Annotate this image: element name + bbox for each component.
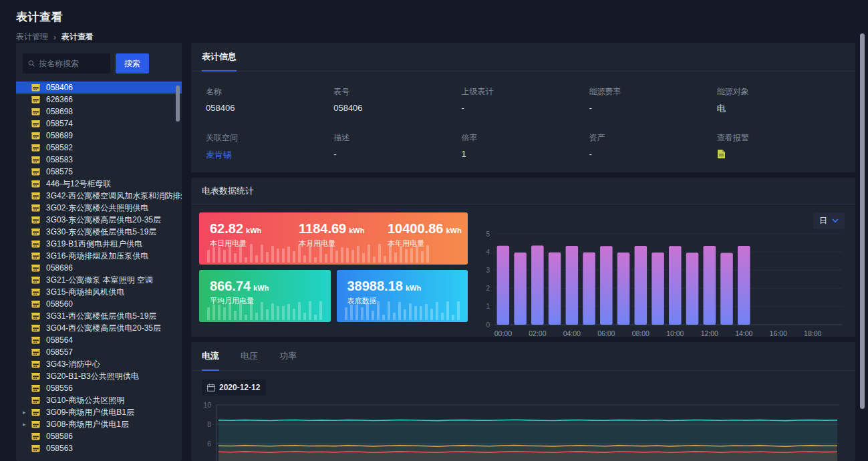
meter-list-item[interactable]: 3G04-西公寓楼高层供电20-35层 xyxy=(16,322,182,334)
stat-year-value: 10400.86 xyxy=(388,221,443,236)
meter-icon xyxy=(31,385,40,392)
meter-list-item[interactable]: 3G19-B1西侧电井租户供电 xyxy=(16,238,182,250)
main-content: 表计信息 名称058406表号058406上级表计-能源费率-能源对象电关联空间… xyxy=(191,43,855,461)
meter-list-item[interactable]: 058563 xyxy=(16,442,182,454)
info-field: 名称058406 xyxy=(206,86,333,115)
meter-list-item[interactable]: 3G20-B1-B3公共照明供电 xyxy=(16,370,182,382)
bar-00:00[interactable] xyxy=(497,246,510,325)
expand-caret-icon[interactable]: ▸ xyxy=(23,418,31,430)
meter-list-item[interactable]: 058574 xyxy=(16,118,182,130)
meter-list-item-label: 3G03-东公寓楼高层供电20-35层 xyxy=(46,214,161,226)
meter-icon xyxy=(31,325,40,332)
info-field: 上级表计- xyxy=(461,86,589,115)
meter-list-item-label: 058698 xyxy=(46,107,73,116)
meter-list-item[interactable]: 3G15-商场抽风机供电 xyxy=(16,286,182,298)
report-doc-icon[interactable] xyxy=(717,149,726,159)
tab-电流[interactable]: 电流 xyxy=(202,342,219,370)
stat-cards: 62.82kWh 本日用电量 1184.69kWh 本月用电量 10400.86… xyxy=(199,212,468,337)
meter-list-item[interactable]: 3G21-公寓撒泵 本室照明 空调 xyxy=(16,274,182,286)
bar-08:00[interactable] xyxy=(635,246,647,325)
meter-list-item[interactable]: ▸3G08-商场用户供电1层 xyxy=(16,418,182,430)
meter-list-item[interactable]: ▸3G09-商场用户供电B1层 xyxy=(16,406,182,418)
bar-06:00[interactable] xyxy=(600,246,613,325)
view-alarm-report[interactable] xyxy=(717,149,845,162)
meter-list-item[interactable]: 058557 xyxy=(16,346,182,358)
breadcrumb-parent[interactable]: 表计管理 xyxy=(16,31,48,43)
meter-icon xyxy=(31,349,40,356)
page-scrollbar[interactable] xyxy=(860,0,865,461)
stat-year-unit: kWh xyxy=(446,226,461,235)
meter-list-item[interactable]: 3G31-西公寓楼低层供电5-19层 xyxy=(16,310,182,322)
bar-01:00[interactable] xyxy=(514,253,527,325)
meter-list-item[interactable]: 3G03-东公寓楼高层供电20-35层 xyxy=(16,214,182,226)
deco-bars xyxy=(207,300,323,320)
meter-list-item[interactable]: 058582 xyxy=(16,142,182,154)
linked-space-link[interactable]: 麦肯锡 xyxy=(206,149,333,161)
meter-list-item[interactable]: 058583 xyxy=(16,154,182,166)
bar-11:00[interactable] xyxy=(686,253,699,325)
info-field-value: 电 xyxy=(717,103,845,115)
date-picker[interactable]: 2020-12-12 xyxy=(202,379,266,396)
bar-14:00[interactable] xyxy=(738,246,750,325)
search-input[interactable] xyxy=(39,59,105,68)
meter-list-item[interactable]: 626366 xyxy=(16,94,182,106)
meter-list-item[interactable]: 3G02-东公寓楼公共照明供电 xyxy=(16,202,182,214)
bar-13:00[interactable] xyxy=(720,253,733,325)
meter-list-item[interactable]: 058406 xyxy=(16,82,182,94)
bar-03:00[interactable] xyxy=(549,253,561,325)
meter-list-item[interactable]: 058689 xyxy=(16,130,182,142)
bar-05:00[interactable] xyxy=(583,253,595,325)
meter-list-item-label: 3G20-B1-B3公共照明供电 xyxy=(46,371,139,382)
meter-list-item[interactable]: 058575 xyxy=(16,166,182,178)
meter-list-item[interactable]: 058698 xyxy=(16,106,182,118)
stats-title: 电表数据统计 xyxy=(191,178,855,204)
meter-list-item-label: 3G02-东公寓楼公共照明供电 xyxy=(46,202,148,214)
info-field: 描述- xyxy=(333,132,461,162)
svg-text:00:00: 00:00 xyxy=(494,329,512,337)
meter-list-item[interactable]: 058560 xyxy=(16,298,182,310)
stats-panel: 电表数据统计 62.82kWh 本日用电量 1184.69kWh 本月用电量 xyxy=(191,178,855,337)
detail-panel: 电流电压功率 2020-12-12 1086 xyxy=(191,342,855,461)
meter-list-item[interactable]: 058564 xyxy=(16,334,182,346)
series-orange-line xyxy=(219,446,837,447)
deco-bars xyxy=(207,243,460,263)
meter-icon xyxy=(31,192,40,200)
meter-list-item[interactable]: 058686 xyxy=(16,262,182,274)
meter-list-item-label: 3G10-商场公共区照明 xyxy=(46,395,124,406)
meter-icon xyxy=(31,397,40,404)
expand-caret-icon[interactable]: ▸ xyxy=(23,406,31,418)
tab-功率[interactable]: 功率 xyxy=(279,342,297,370)
tab-meter-info[interactable]: 表计信息 xyxy=(202,43,237,71)
bar-10:00[interactable] xyxy=(669,246,682,325)
meter-list-item-label: 446-与12号柜母联 xyxy=(46,178,111,190)
svg-text:6: 6 xyxy=(207,440,211,448)
tab-电压[interactable]: 电压 xyxy=(241,342,258,370)
meter-list-item[interactable]: 058556 xyxy=(16,382,182,394)
bar-07:00[interactable] xyxy=(617,253,630,325)
meter-list: 0584066263660586980585740586890585820585… xyxy=(16,82,182,461)
period-select[interactable]: 日 xyxy=(813,212,845,229)
meter-list-item[interactable]: 3G42-西公寓楼空调风加水泵和消防排烟风机加压 xyxy=(16,190,182,202)
meter-icon xyxy=(31,204,40,212)
meter-list-item[interactable]: 3G30-东公寓楼低层供电5-19层 xyxy=(16,226,182,238)
meter-list-scrollbar[interactable] xyxy=(176,86,180,122)
meter-icon xyxy=(31,337,40,344)
meter-list-item[interactable]: 3G10-商场公共区照明 xyxy=(16,394,182,406)
info-field: 能源对象电 xyxy=(717,86,845,115)
meter-list-item[interactable]: 3G43-消防中心 xyxy=(16,358,182,370)
bar-02:00[interactable] xyxy=(531,245,544,325)
page-scrollbar-thumb[interactable] xyxy=(860,33,865,409)
meter-list-item[interactable]: 058586 xyxy=(16,430,182,442)
info-field-label: 描述 xyxy=(333,132,461,144)
meter-icon xyxy=(31,96,40,104)
bar-04:00[interactable] xyxy=(566,246,579,325)
bar-09:00[interactable] xyxy=(652,253,664,325)
search-button[interactable]: 搜索 xyxy=(116,53,149,73)
bar-12:00[interactable] xyxy=(704,246,716,325)
meter-icon xyxy=(31,289,40,296)
meter-list-item[interactable]: 3G16-商场排烟及加压泵供电 xyxy=(16,250,182,262)
meter-list-item[interactable]: 446-与12号柜母联 xyxy=(16,178,182,190)
search-box[interactable] xyxy=(23,53,110,73)
info-field-value: - xyxy=(333,149,461,159)
meter-list-item-label: 058574 xyxy=(46,119,73,128)
